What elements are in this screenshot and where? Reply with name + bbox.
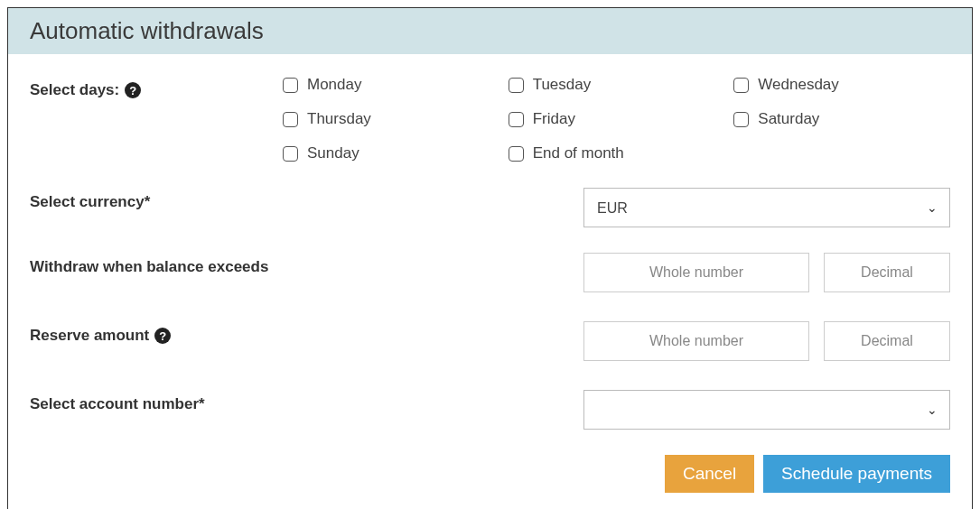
label-select-days: Select days: ? [30,76,283,99]
label-select-currency: Select currency* [30,188,283,211]
automatic-withdrawals-panel: Automatic withdrawals Select days: ? Mon… [7,7,973,509]
reserve-controls [283,321,950,361]
checkbox-sunday-label: Sunday [307,144,359,162]
cancel-button[interactable]: Cancel [665,455,754,493]
label-reserve-amount: Reserve amount ? [30,321,283,345]
checkbox-monday-label: Monday [307,76,361,94]
button-row: Cancel Schedule payments [30,455,950,493]
help-icon[interactable]: ? [125,82,141,98]
row-select-account: Select account number* ⌄ [30,390,950,430]
currency-select[interactable]: EUR [583,188,950,227]
account-controls: ⌄ [283,390,950,430]
checkbox-friday-input[interactable] [509,112,524,127]
checkbox-wednesday-label: Wednesday [758,76,838,94]
checkbox-friday-label: Friday [533,110,575,128]
checkbox-thursday-label: Thursday [307,110,371,128]
checkbox-thursday-input[interactable] [283,112,298,127]
account-select[interactable] [583,390,950,430]
checkbox-thursday[interactable]: Thursday [283,110,499,128]
label-select-account: Select account number* [30,390,283,413]
label-withdraw-when: Withdraw when balance exceeds [30,253,283,276]
reserve-whole-input[interactable] [583,321,809,361]
row-withdraw-when: Withdraw when balance exceeds [30,253,950,292]
checkbox-wednesday-input[interactable] [733,78,749,93]
checkbox-end-of-month-input[interactable] [509,146,524,162]
label-select-days-text: Select days: [30,81,119,99]
checkbox-tuesday-label: Tuesday [533,76,592,94]
row-select-currency: Select currency* EUR ⌄ [30,188,950,227]
withdraw-decimal-input[interactable] [824,253,950,292]
checkbox-monday[interactable]: Monday [283,76,499,94]
checkbox-monday-input[interactable] [283,78,298,93]
checkbox-saturday-label: Saturday [758,110,819,128]
checkbox-sunday[interactable]: Sunday [283,144,499,162]
help-icon[interactable]: ? [154,328,171,344]
schedule-payments-button[interactable]: Schedule payments [763,455,950,493]
checkbox-saturday[interactable]: Saturday [733,110,950,128]
checkbox-saturday-input[interactable] [733,112,749,127]
checkbox-sunday-input[interactable] [283,146,298,162]
panel-title: Automatic withdrawals [8,8,972,54]
label-select-account-text: Select account number* [30,395,205,413]
currency-select-wrap: EUR ⌄ [583,188,950,227]
withdraw-whole-input[interactable] [583,253,809,292]
label-select-currency-text: Select currency* [30,193,150,211]
reserve-decimal-input[interactable] [824,321,950,361]
checkbox-tuesday-input[interactable] [509,78,524,93]
checkbox-end-of-month-label: End of month [533,144,624,162]
checkbox-wednesday[interactable]: Wednesday [733,76,950,94]
panel-body: Select days: ? Monday Tuesday Wednesday [8,54,972,509]
account-select-wrap: ⌄ [583,390,950,430]
checkbox-end-of-month[interactable]: End of month [509,144,725,162]
checkbox-tuesday[interactable]: Tuesday [509,76,725,94]
checkbox-friday[interactable]: Friday [509,110,725,128]
days-grid: Monday Tuesday Wednesday Thursday Friday [283,76,950,162]
label-reserve-amount-text: Reserve amount [30,327,149,345]
row-select-days: Select days: ? Monday Tuesday Wednesday [30,76,950,162]
row-reserve-amount: Reserve amount ? [30,321,950,361]
withdraw-controls [283,253,950,292]
currency-controls: EUR ⌄ [283,188,950,227]
label-withdraw-when-text: Withdraw when balance exceeds [30,258,268,276]
